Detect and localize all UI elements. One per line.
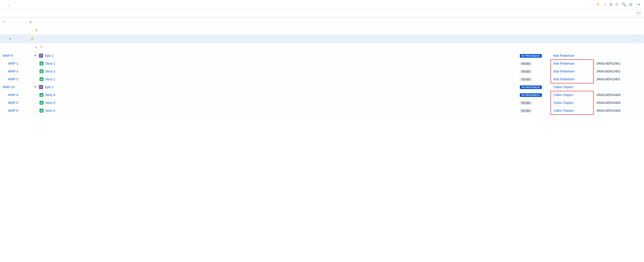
add-issues-cell[interactable]: ♰ <box>27 27 633 35</box>
row-extra-cell <box>636 68 644 75</box>
row-status-cell: TO DO <box>517 107 551 115</box>
story-type-icon: ▲ <box>40 93 44 97</box>
row-summary-cell: ⚡ Epic 1 <box>32 52 517 60</box>
summary-link[interactable]: Story 3 <box>45 70 55 73</box>
main-table: + ✳ ≡ <box>0 9 644 52</box>
summary-content: ▲ Story 4 <box>34 93 514 97</box>
status-badge: IN PROGRESS <box>520 54 542 58</box>
key-link[interactable]: WNP-9 <box>3 54 13 57</box>
table-row: WNP-6 ▲ Story 6 TO DOClaire ClaytonJIRAU… <box>0 107 644 115</box>
key-link[interactable]: WNP-10 <box>3 85 14 89</box>
assignee-name: Claire Clayton <box>554 93 574 97</box>
row-extra-cell <box>636 91 644 99</box>
row-extra-cell <box>636 52 644 60</box>
row-status-cell: TO DO <box>517 60 551 68</box>
row-parent-assignee-cell: JIRAUSER10400 <box>593 107 636 115</box>
key-link[interactable]: WNP-2 <box>3 77 18 81</box>
layers-icon[interactable]: ⧉ <box>610 3 612 7</box>
star-icon[interactable]: ☆ <box>604 2 606 7</box>
bolt-green-icon: ⚡ <box>30 36 34 41</box>
epic-link-icon: ♰ <box>35 28 38 33</box>
col-header-status <box>521 9 552 17</box>
summary-link[interactable]: Story 6 <box>45 109 55 112</box>
row-key-cell: WNP-10 <box>0 83 32 91</box>
row-key-cell: WNP-2 <box>0 75 32 83</box>
row-summary-cell: ▲ Story 1 <box>32 60 517 68</box>
same-assignee-key-content: ⋮⋮ <box>3 37 24 40</box>
row-status-cell: IN PROGRESS <box>517 52 551 60</box>
row-assignee-cell: Claire Clayton <box>551 99 593 107</box>
add-issues-row[interactable]: ♰ <box>0 27 644 35</box>
summary-link[interactable]: Epic 1 <box>45 54 54 57</box>
project-title-content: ≡ <box>30 20 630 24</box>
summary-link[interactable]: Epic 2 <box>45 85 54 89</box>
status-badge: TO DO <box>520 70 532 73</box>
row-chevron[interactable] <box>34 86 36 88</box>
col-header-summary <box>27 9 521 17</box>
row-status-cell: TO DO <box>517 75 551 83</box>
status-badge: TO DO <box>520 62 532 66</box>
table-row: WNP-5 ▲ Story 5 TO DOClaire ClaytonJIRAU… <box>0 99 644 107</box>
row-key-cell: WNP-3 <box>0 68 32 75</box>
summary-link[interactable]: Story 4 <box>45 93 55 97</box>
row-summary-cell: ▲ Story 2 <box>32 75 517 83</box>
row-extra-cell <box>636 83 644 91</box>
bolt-icon[interactable]: ⚡ <box>596 2 600 7</box>
summary-content: ▲ Story 2 <box>34 77 514 81</box>
col-header-add: + <box>633 9 644 17</box>
project-title-row: ✳ ≡ <box>0 17 644 27</box>
table-header: + <box>0 9 644 17</box>
status-badge: TO DO <box>520 78 532 81</box>
same-assignee-content: ⚡ <box>30 36 590 41</box>
add-issues-key <box>0 27 27 35</box>
insert-epics-board[interactable]: "" <box>40 46 43 49</box>
toolbar-right: ⚡ ☆ ⧉ ☷ 🔍 ||| * ▼ <box>596 2 640 7</box>
summary-link[interactable]: Story 1 <box>45 62 55 65</box>
data-table-body: WNP-9 ⚡ Epic 1 IN PROGRESSBob RobertsonW… <box>0 52 644 115</box>
key-link[interactable]: WNP-4 <box>3 93 18 97</box>
filter-icon[interactable]: ☷ <box>615 2 618 7</box>
row-assignee-cell: Claire Clayton <box>551 91 593 99</box>
assignee-name: Bob Robertson <box>554 70 574 73</box>
status-badge: IN PROGRESS <box>520 86 542 89</box>
bars-icon: ||| <box>629 3 632 7</box>
key-link[interactable]: WNP-3 <box>3 70 18 73</box>
table-row: WNP-3 ▲ Story 3 TO DOBob RobertsonJIRAUS… <box>0 68 644 75</box>
insert-epics-cell[interactable]: + "" <box>27 43 633 52</box>
row-key-cell: WNP-9 <box>0 52 32 60</box>
row-status-cell: IN PROGRESS <box>517 83 551 91</box>
epic-type-icon: ⚡ <box>39 54 43 58</box>
view-chevron: ▼ <box>638 3 640 6</box>
add-column-button[interactable]: + <box>636 11 641 15</box>
data-table: WNP-9 ⚡ Epic 1 IN PROGRESSBob RobertsonW… <box>0 52 644 115</box>
row-status-cell: TO DO <box>517 99 551 107</box>
row-extra-cell <box>636 75 644 83</box>
row-summary-cell: ▲ Story 3 <box>32 68 517 75</box>
search-icon[interactable]: 🔍 <box>622 2 626 7</box>
row-parent-assignee-cell: JIRAUSER10401 <box>593 68 636 75</box>
row-key-cell: WNP-5 <box>0 99 32 107</box>
epic-type-icon: ⚡ <box>39 85 43 89</box>
summary-link[interactable]: Story 5 <box>45 101 55 105</box>
key-link[interactable]: WNP-6 <box>3 109 18 112</box>
project-add-cell <box>633 17 644 27</box>
row-assignee-cell: Bob Robertson <box>551 68 593 75</box>
row-extra-cell <box>636 107 644 115</box>
summary-content: ▲ Story 3 <box>34 69 514 73</box>
story-type-icon: ▲ <box>40 109 44 113</box>
row-assignee-cell: Bob Robertson <box>551 75 593 83</box>
view-selector[interactable]: * ▼ <box>635 3 640 6</box>
same-assignee-row: ⋮⋮ ⚡ … <box>0 35 644 43</box>
three-dot-menu[interactable]: … <box>636 37 641 41</box>
row-summary-cell: ▲ Story 5 <box>32 99 517 107</box>
row-chevron[interactable] <box>34 55 36 56</box>
key-link[interactable]: WNP-5 <box>3 101 18 105</box>
col-header-key <box>0 9 27 17</box>
row-key-cell: WNP-1 <box>0 60 32 68</box>
title-chevron[interactable]: ⌄ <box>7 3 10 6</box>
same-assignee-extra: … <box>633 35 644 43</box>
summary-link[interactable]: Story 2 <box>45 77 55 81</box>
row-status-cell: TO DO <box>517 68 551 75</box>
insert-epics-row: + "" <box>0 43 644 52</box>
key-link[interactable]: WNP-1 <box>3 62 18 65</box>
